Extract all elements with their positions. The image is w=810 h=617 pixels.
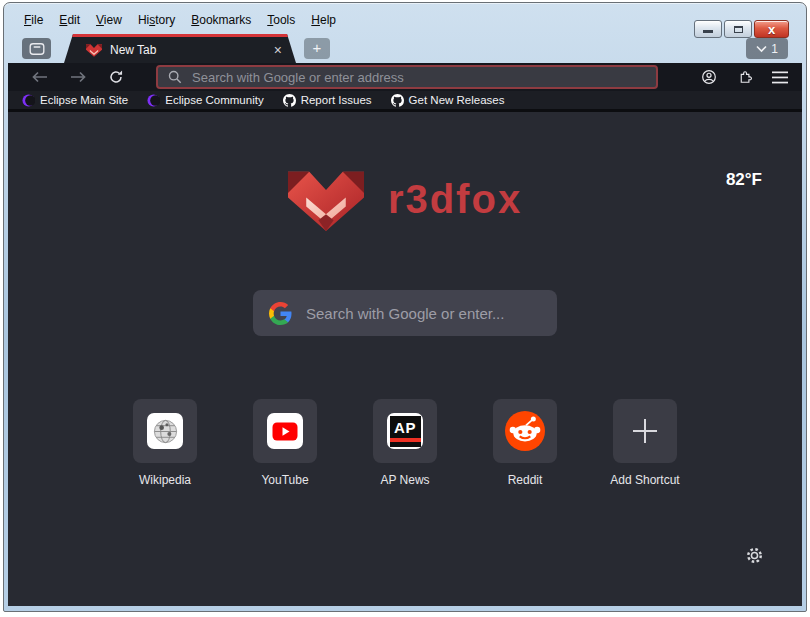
shortcut-tile[interactable] [133,399,197,463]
chevron-down-icon [756,45,767,53]
shortcut-wikipedia[interactable]: Wikipedia [105,399,225,487]
bookmark-label: Report Issues [301,94,372,106]
hamburger-icon [772,71,788,84]
tab-new-tab[interactable]: New Tab × [64,34,296,63]
shortcut-reddit[interactable]: Reddit [465,399,585,487]
puzzle-piece-icon [736,68,754,86]
url-input[interactable] [192,70,646,85]
search-icon [168,70,182,84]
forward-arrow-icon [70,71,86,83]
tab-strip: New Tab × + 1 [8,34,802,63]
r3dfox-logo-icon [288,167,364,231]
eclipse-icon [147,94,160,107]
back-button[interactable] [30,67,50,87]
browser-chrome: Eclipse Main Site Eclipse Community Repo… [8,63,802,606]
bookmark-label: Eclipse Community [165,94,263,106]
r3dfox-favicon [86,43,102,57]
menu-view[interactable]: View [88,10,130,30]
account-button[interactable] [699,67,719,87]
eclipse-icon [22,94,35,107]
youtube-play-icon [272,422,298,441]
shortcut-tile[interactable] [493,399,557,463]
newtab-search-input[interactable] [306,305,541,322]
bookmarks-toolbar: Eclipse Main Site Eclipse Community Repo… [8,91,802,112]
tab-count: 1 [771,42,778,56]
extensions-button[interactable] [735,67,755,87]
menu-history[interactable]: History [130,10,183,30]
navigation-toolbar [8,63,802,91]
shortcut-label: Add Shortcut [610,473,679,487]
menu-button[interactable] [770,67,790,87]
tab-close-icon[interactable]: × [270,43,286,57]
menu-help[interactable]: Help [303,10,344,30]
personalize-button[interactable] [744,545,764,565]
reload-button[interactable] [106,67,126,87]
shortcut-label: AP News [380,473,429,487]
bookmark-eclipse-main-site[interactable]: Eclipse Main Site [22,94,128,107]
bookmark-get-new-releases[interactable]: Get New Releases [391,94,505,107]
shortcut-youtube[interactable]: YouTube [225,399,345,487]
bookmark-label: Eclipse Main Site [40,94,128,106]
title-bar: FileEditViewHistoryBookmarksToolsHelp x [4,3,806,34]
url-bar[interactable] [156,65,658,89]
shortcut-tile[interactable]: AP [373,399,437,463]
shortcut-label: Wikipedia [139,473,191,487]
add-shortcut-tile[interactable] [613,399,677,463]
browser-window: FileEditViewHistoryBookmarksToolsHelp x … [3,2,807,612]
google-icon [269,302,292,325]
gear-icon [745,546,764,565]
account-icon [700,68,718,86]
menu-bar: FileEditViewHistoryBookmarksToolsHelp [16,10,344,30]
firefox-view-button[interactable] [22,38,51,59]
logo-row: r3dfox [8,167,802,231]
reload-icon [108,69,124,85]
menu-bookmarks[interactable]: Bookmarks [183,10,259,30]
shortcut-label: YouTube [261,473,308,487]
wikipedia-globe-icon [152,418,179,445]
newtab-search-box[interactable] [253,290,557,336]
plus-icon [630,416,660,446]
ap-logo-icon: AP [390,416,421,447]
shortcut-label: Reddit [508,473,543,487]
shortcuts-row: Wikipedia YouTube [105,399,705,487]
bookmark-eclipse-community[interactable]: Eclipse Community [147,94,263,107]
minimize-icon [703,30,713,33]
maximize-icon [734,26,743,33]
menu-tools[interactable]: Tools [259,10,303,30]
new-tab-button[interactable]: + [304,38,330,59]
github-icon [391,94,404,107]
shortcut-ap-news[interactable]: AP AP News [345,399,465,487]
weather-widget: 82°F [726,170,762,190]
github-icon [283,94,296,107]
firefox-view-icon [29,42,45,56]
tab-active-stripe [64,34,296,37]
new-tab-page: r3dfox 82°F [8,112,802,603]
shortcut-add[interactable]: Add Shortcut [585,399,705,487]
tab-title: New Tab [110,43,262,57]
menu-file[interactable]: File [16,10,51,30]
list-all-tabs-button[interactable]: 1 [746,38,788,59]
bookmark-report-issues[interactable]: Report Issues [283,94,372,107]
forward-button[interactable] [68,67,88,87]
shortcut-tile[interactable] [253,399,317,463]
bookmark-label: Get New Releases [409,94,505,106]
reddit-alien-icon [505,411,545,451]
back-arrow-icon [32,71,48,83]
menu-edit[interactable]: Edit [51,10,88,30]
logo-wordmark: r3dfox [388,177,522,222]
